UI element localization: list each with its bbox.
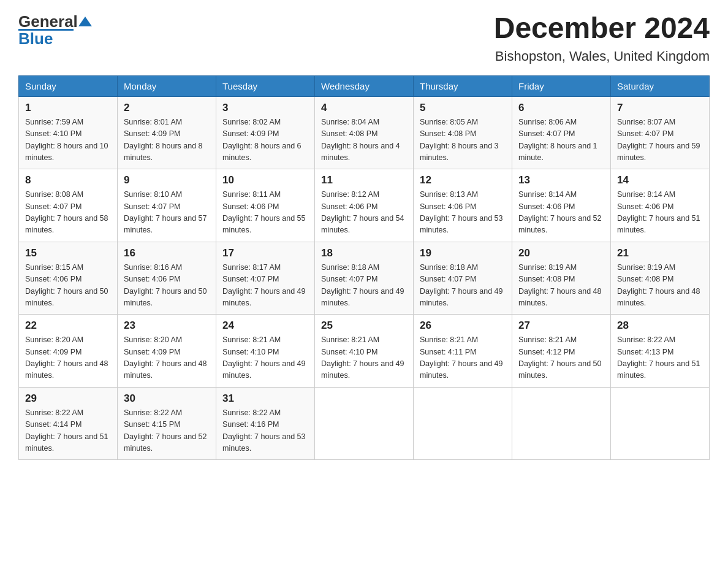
calendar-cell: 29 Sunrise: 8:22 AM Sunset: 4:14 PM Dayl… [19,387,118,460]
day-info: Sunrise: 8:10 AM Sunset: 4:07 PM Dayligh… [124,189,210,237]
day-number: 29 [25,393,111,405]
day-number: 31 [222,393,308,405]
day-info: Sunrise: 8:22 AM Sunset: 4:15 PM Dayligh… [124,407,210,455]
day-info: Sunrise: 8:20 AM Sunset: 4:09 PM Dayligh… [25,334,111,382]
calendar-cell: 22 Sunrise: 8:20 AM Sunset: 4:09 PM Dayl… [19,315,118,388]
day-info: Sunrise: 8:14 AM Sunset: 4:06 PM Dayligh… [617,189,703,237]
calendar-cell: 13 Sunrise: 8:14 AM Sunset: 4:06 PM Dayl… [512,169,611,242]
day-number: 21 [617,247,703,259]
calendar-cell [512,387,611,460]
day-number: 5 [420,102,506,114]
day-number: 3 [222,102,308,114]
day-number: 11 [321,174,407,186]
day-info: Sunrise: 8:08 AM Sunset: 4:07 PM Dayligh… [25,189,111,237]
day-info: Sunrise: 8:21 AM Sunset: 4:10 PM Dayligh… [321,334,407,382]
day-info: Sunrise: 8:01 AM Sunset: 4:09 PM Dayligh… [124,117,210,164]
day-number: 14 [617,174,703,186]
day-info: Sunrise: 8:13 AM Sunset: 4:06 PM Dayligh… [420,189,506,237]
logo-triangle-icon [78,14,92,30]
day-info: Sunrise: 8:22 AM Sunset: 4:13 PM Dayligh… [617,334,703,382]
day-info: Sunrise: 8:21 AM Sunset: 4:12 PM Dayligh… [518,334,604,382]
calendar-title: December 2024 [494,12,710,45]
day-info: Sunrise: 8:22 AM Sunset: 4:14 PM Dayligh… [25,407,111,455]
calendar-cell: 30 Sunrise: 8:22 AM Sunset: 4:15 PM Dayl… [118,387,216,460]
calendar-cell: 26 Sunrise: 8:21 AM Sunset: 4:11 PM Dayl… [414,315,512,388]
day-number: 20 [518,247,604,259]
svg-marker-0 [78,17,92,26]
day-info: Sunrise: 8:18 AM Sunset: 4:07 PM Dayligh… [420,262,506,310]
calendar-cell: 9 Sunrise: 8:10 AM Sunset: 4:07 PM Dayli… [118,169,216,242]
day-number: 24 [222,320,308,332]
calendar-header-row: SundayMondayTuesdayWednesdayThursdayFrid… [19,75,710,96]
day-info: Sunrise: 8:20 AM Sunset: 4:09 PM Dayligh… [124,334,210,382]
calendar-cell: 2 Sunrise: 8:01 AM Sunset: 4:09 PM Dayli… [118,96,216,169]
title-block: December 2024 Bishopston, Wales, United … [494,12,710,64]
calendar-cell: 7 Sunrise: 8:07 AM Sunset: 4:07 PM Dayli… [611,96,710,169]
calendar-cell: 4 Sunrise: 8:04 AM Sunset: 4:08 PM Dayli… [315,96,414,169]
day-number: 8 [25,174,111,186]
day-info: Sunrise: 8:05 AM Sunset: 4:08 PM Dayligh… [420,117,506,164]
calendar-cell [611,387,710,460]
day-number: 25 [321,320,407,332]
day-number: 17 [222,247,308,259]
day-number: 30 [124,393,210,405]
day-number: 16 [124,247,210,259]
day-info: Sunrise: 8:12 AM Sunset: 4:06 PM Dayligh… [321,189,407,237]
page-header: General Blue December 2024 Bishopston, W… [18,12,710,64]
day-info: Sunrise: 8:19 AM Sunset: 4:08 PM Dayligh… [518,262,604,310]
calendar-week-row: 22 Sunrise: 8:20 AM Sunset: 4:09 PM Dayl… [19,315,710,388]
day-number: 27 [518,320,604,332]
calendar-cell: 31 Sunrise: 8:22 AM Sunset: 4:16 PM Dayl… [216,387,315,460]
calendar-cell: 25 Sunrise: 8:21 AM Sunset: 4:10 PM Dayl… [315,315,414,388]
day-number: 9 [124,174,210,186]
calendar-cell [315,387,414,460]
day-info: Sunrise: 7:59 AM Sunset: 4:10 PM Dayligh… [25,117,111,164]
calendar-cell: 24 Sunrise: 8:21 AM Sunset: 4:10 PM Dayl… [216,315,315,388]
day-number: 2 [124,102,210,114]
calendar-cell: 18 Sunrise: 8:18 AM Sunset: 4:07 PM Dayl… [315,242,414,315]
calendar-cell: 16 Sunrise: 8:16 AM Sunset: 4:06 PM Dayl… [118,242,216,315]
calendar-cell: 5 Sunrise: 8:05 AM Sunset: 4:08 PM Dayli… [414,96,512,169]
day-info: Sunrise: 8:17 AM Sunset: 4:07 PM Dayligh… [222,262,308,310]
day-number: 28 [617,320,703,332]
day-number: 23 [124,320,210,332]
day-info: Sunrise: 8:06 AM Sunset: 4:07 PM Dayligh… [518,117,604,164]
day-number: 18 [321,247,407,259]
day-info: Sunrise: 8:21 AM Sunset: 4:11 PM Dayligh… [420,334,506,382]
day-number: 1 [25,102,111,114]
header-thursday: Thursday [414,75,512,96]
calendar-cell: 23 Sunrise: 8:20 AM Sunset: 4:09 PM Dayl… [118,315,216,388]
day-info: Sunrise: 8:14 AM Sunset: 4:06 PM Dayligh… [518,189,604,237]
day-number: 12 [420,174,506,186]
day-number: 26 [420,320,506,332]
calendar-cell [414,387,512,460]
header-sunday: Sunday [19,75,118,96]
header-friday: Friday [512,75,611,96]
calendar-cell: 14 Sunrise: 8:14 AM Sunset: 4:06 PM Dayl… [611,169,710,242]
calendar-cell: 27 Sunrise: 8:21 AM Sunset: 4:12 PM Dayl… [512,315,611,388]
calendar-cell: 12 Sunrise: 8:13 AM Sunset: 4:06 PM Dayl… [414,169,512,242]
day-number: 6 [518,102,604,114]
calendar-cell: 21 Sunrise: 8:19 AM Sunset: 4:08 PM Dayl… [611,242,710,315]
header-tuesday: Tuesday [216,75,315,96]
calendar-subtitle: Bishopston, Wales, United Kingdom [494,48,710,64]
day-number: 10 [222,174,308,186]
day-info: Sunrise: 8:02 AM Sunset: 4:09 PM Dayligh… [222,117,308,164]
logo: General Blue [18,12,92,48]
header-saturday: Saturday [611,75,710,96]
calendar-week-row: 15 Sunrise: 8:15 AM Sunset: 4:06 PM Dayl… [19,242,710,315]
day-info: Sunrise: 8:07 AM Sunset: 4:07 PM Dayligh… [617,117,703,164]
day-number: 19 [420,247,506,259]
calendar-cell: 6 Sunrise: 8:06 AM Sunset: 4:07 PM Dayli… [512,96,611,169]
calendar-week-row: 8 Sunrise: 8:08 AM Sunset: 4:07 PM Dayli… [19,169,710,242]
day-number: 7 [617,102,703,114]
day-info: Sunrise: 8:22 AM Sunset: 4:16 PM Dayligh… [222,407,308,455]
day-info: Sunrise: 8:16 AM Sunset: 4:06 PM Dayligh… [124,262,210,310]
calendar-cell: 19 Sunrise: 8:18 AM Sunset: 4:07 PM Dayl… [414,242,512,315]
day-info: Sunrise: 8:19 AM Sunset: 4:08 PM Dayligh… [617,262,703,310]
calendar-cell: 17 Sunrise: 8:17 AM Sunset: 4:07 PM Dayl… [216,242,315,315]
day-number: 4 [321,102,407,114]
day-info: Sunrise: 8:11 AM Sunset: 4:06 PM Dayligh… [222,189,308,237]
header-wednesday: Wednesday [315,75,414,96]
calendar-cell: 10 Sunrise: 8:11 AM Sunset: 4:06 PM Dayl… [216,169,315,242]
